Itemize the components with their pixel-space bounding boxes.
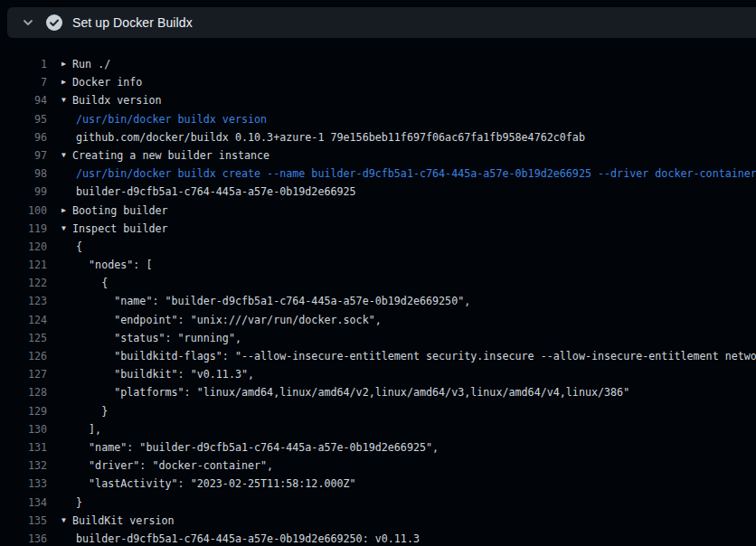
output-text: {	[76, 240, 82, 253]
line-number[interactable]: 95	[0, 110, 47, 128]
line-number[interactable]: 131	[0, 438, 47, 457]
group-title: Buildx version	[72, 94, 162, 107]
log-content: /usr/bin/docker buildx version	[47, 110, 267, 128]
log-line: 130 ],	[0, 420, 756, 438]
line-number[interactable]: 96	[0, 128, 47, 146]
line-number[interactable]: 128	[0, 383, 47, 401]
log-content: {	[47, 238, 82, 256]
group-collapsed-arrow-icon[interactable]: ▶	[61, 55, 66, 73]
log-line: 132 "driver": "docker-container",	[0, 457, 756, 475]
output-text: "driver": "docker-container",	[76, 459, 273, 472]
line-number[interactable]: 130	[0, 420, 47, 438]
log-line: 122 {	[0, 274, 756, 292]
log-line: 131 "name": "builder-d9cfb5a1-c764-445a-…	[0, 438, 756, 457]
line-number[interactable]: 7	[0, 73, 47, 91]
command-text: /usr/bin/docker buildx version	[76, 113, 267, 126]
line-number[interactable]: 129	[0, 402, 47, 420]
line-number[interactable]: 98	[0, 165, 47, 183]
group-title: Docker info	[72, 76, 142, 89]
log-line: 136builder-d9cfb5a1-c764-445a-a57e-0b19d…	[0, 530, 756, 546]
log-content: "name": "builder-d9cfb5a1-c764-445a-a57e…	[47, 438, 439, 457]
log-content: "status": "running",	[47, 329, 241, 347]
output-text: builder-d9cfb5a1-c764-445a-a57e-0b19d2e6…	[76, 185, 356, 198]
log-content: builder-d9cfb5a1-c764-445a-a57e-0b19d2e6…	[47, 183, 356, 201]
line-number[interactable]: 120	[0, 238, 47, 256]
log-line: 126 "buildkitd-flags": "--allow-insecure…	[0, 347, 756, 365]
log-line: 125 "status": "running",	[0, 329, 756, 347]
group-expanded-arrow-icon[interactable]: ▼	[61, 220, 66, 238]
group-expanded-arrow-icon[interactable]: ▼	[61, 146, 66, 165]
line-number[interactable]: 124	[0, 311, 47, 329]
log-content: "driver": "docker-container",	[47, 457, 273, 475]
log-group-header[interactable]: ▶Booting builder	[47, 202, 168, 220]
log-line: 119▼Inspect builder	[0, 220, 756, 238]
log-line: 99builder-d9cfb5a1-c764-445a-a57e-0b19d2…	[0, 183, 756, 201]
step-title: Set up Docker Buildx	[72, 15, 193, 30]
group-expanded-arrow-icon[interactable]: ▼	[61, 512, 66, 530]
log-line: 98/usr/bin/docker buildx create --name b…	[0, 165, 756, 183]
group-title: Creating a new builder instance	[72, 149, 269, 162]
line-number[interactable]: 134	[0, 494, 47, 512]
command-text: /usr/bin/docker buildx create --name bui…	[76, 167, 756, 180]
group-title: Inspect builder	[72, 222, 168, 235]
line-number[interactable]: 97	[0, 146, 47, 165]
log-line: 127 "buildkit": "v0.11.3",	[0, 365, 756, 383]
output-text: "lastActivity": "2023-02-25T11:58:12.000…	[76, 477, 356, 490]
log-content: "nodes": [	[47, 256, 152, 274]
log-line: 128 "platforms": "linux/amd64,linux/amd6…	[0, 383, 756, 401]
log-line: 123 "name": "builder-d9cfb5a1-c764-445a-…	[0, 292, 756, 310]
group-collapsed-arrow-icon[interactable]: ▶	[61, 73, 66, 91]
line-number[interactable]: 121	[0, 256, 47, 274]
line-number[interactable]: 126	[0, 347, 47, 365]
log-line: 94▼Buildx version	[0, 91, 756, 109]
log-line: 97▼Creating a new builder instance	[0, 146, 756, 165]
log-group-header[interactable]: ▶Docker info	[47, 73, 142, 91]
line-number[interactable]: 119	[0, 220, 47, 238]
log-content: "buildkitd-flags": "--allow-insecure-ent…	[47, 347, 756, 365]
log-line: 95/usr/bin/docker buildx version	[0, 110, 756, 128]
line-number[interactable]: 135	[0, 512, 47, 530]
chevron-down-icon[interactable]	[22, 16, 34, 29]
output-text: ],	[76, 423, 101, 436]
group-collapsed-arrow-icon[interactable]: ▶	[61, 202, 66, 220]
log-content: "lastActivity": "2023-02-25T11:58:12.000…	[47, 475, 356, 493]
line-number[interactable]: 125	[0, 329, 47, 347]
log-line: 135▼BuildKit version	[0, 512, 756, 530]
log-line: 1▶Run ./	[0, 55, 756, 73]
output-text: "platforms": "linux/amd64,linux/amd64/v2…	[76, 386, 629, 399]
log-line: 124 "endpoint": "unix:///var/run/docker.…	[0, 311, 756, 329]
step-header[interactable]: Set up Docker Buildx	[7, 7, 756, 38]
group-title: BuildKit version	[72, 514, 175, 527]
log-line: 120{	[0, 238, 756, 256]
line-number[interactable]: 136	[0, 530, 47, 546]
log-lines: 1▶Run ./7▶Docker info94▼Buildx version95…	[0, 38, 756, 546]
log-group-header[interactable]: ▼Inspect builder	[47, 220, 168, 238]
log-group-header[interactable]: ▶Run ./	[47, 55, 110, 73]
group-title: Booting builder	[72, 204, 168, 217]
line-number[interactable]: 132	[0, 457, 47, 475]
log-group-header[interactable]: ▼Buildx version	[47, 91, 162, 109]
log-line: 133 "lastActivity": "2023-02-25T11:58:12…	[0, 475, 756, 493]
output-text: "status": "running",	[76, 332, 241, 344]
group-title: Run ./	[72, 58, 110, 71]
line-number[interactable]: 1	[0, 55, 47, 73]
log-content: "platforms": "linux/amd64,linux/amd64/v2…	[47, 383, 629, 401]
line-number[interactable]: 122	[0, 274, 47, 292]
log-group-header[interactable]: ▼BuildKit version	[47, 512, 175, 530]
output-text: }	[76, 405, 108, 418]
log-line: 96github.com/docker/buildx 0.10.3+azure-…	[0, 128, 756, 146]
line-number[interactable]: 94	[0, 91, 47, 109]
log-line: 121 "nodes": [	[0, 256, 756, 274]
group-expanded-arrow-icon[interactable]: ▼	[61, 91, 66, 109]
log-line: 7▶Docker info	[0, 73, 756, 91]
log-content: ],	[47, 420, 101, 438]
output-text: github.com/docker/buildx 0.10.3+azure-1 …	[76, 131, 585, 144]
line-number[interactable]: 100	[0, 202, 47, 220]
line-number[interactable]: 133	[0, 475, 47, 493]
line-number[interactable]: 127	[0, 365, 47, 383]
log-content: /usr/bin/docker buildx create --name bui…	[47, 165, 756, 183]
log-content: github.com/docker/buildx 0.10.3+azure-1 …	[47, 128, 585, 146]
line-number[interactable]: 123	[0, 292, 47, 310]
log-group-header[interactable]: ▼Creating a new builder instance	[47, 146, 269, 165]
line-number[interactable]: 99	[0, 183, 47, 201]
